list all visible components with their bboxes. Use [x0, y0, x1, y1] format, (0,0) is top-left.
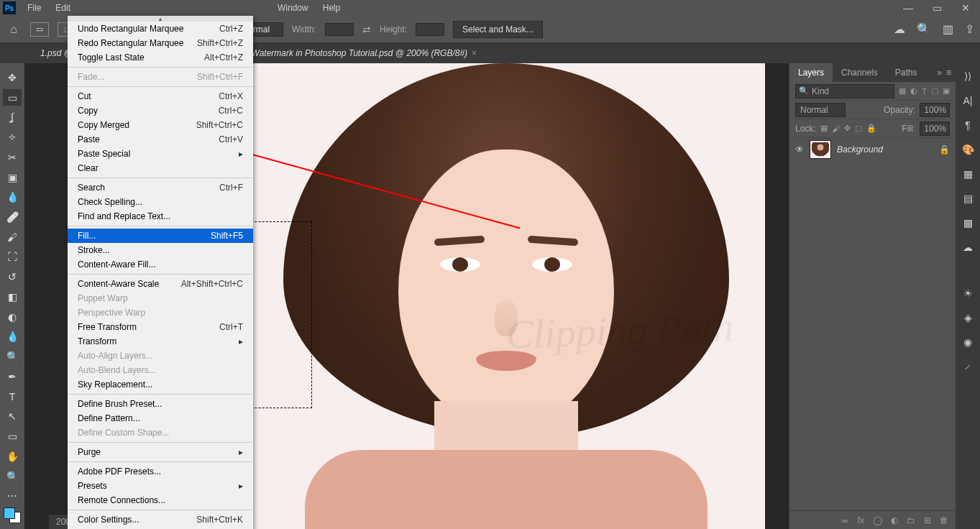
expand-dock-icon[interactable]: ⟩⟩	[961, 69, 975, 83]
menu-item-search[interactable]: SearchCtrl+F	[68, 180, 253, 195]
menu-scroll-up[interactable]: ▲	[68, 16, 253, 22]
menu-item-define-brush-preset[interactable]: Define Brush Preset...	[68, 397, 253, 411]
menu-item-remote-connections[interactable]: Remote Connections...	[68, 493, 253, 507]
menu-window[interactable]: Window	[270, 0, 316, 16]
width-input[interactable]	[325, 23, 354, 36]
panel-menu-icon[interactable]: ≡	[946, 68, 951, 78]
shape-tool[interactable]: ▭	[3, 428, 22, 445]
blend-mode-select[interactable]: Normal	[795, 103, 846, 117]
layer-mask-icon[interactable]: ◯	[873, 515, 882, 525]
menu-item-paste[interactable]: PasteCtrl+V	[68, 132, 253, 147]
type-tool[interactable]: T	[3, 388, 22, 405]
marquee-tool[interactable]: ▭	[3, 89, 22, 106]
doc-tab-2[interactable]: ove Watermark in Photoshop Tutorial.psd …	[229, 43, 482, 63]
share-icon[interactable]: ⇪	[965, 22, 974, 36]
menu-item-transform[interactable]: Transform▸	[68, 334, 253, 349]
filter-adjust-icon[interactable]: ◐	[910, 86, 917, 96]
filter-pixel-icon[interactable]: ▦	[899, 86, 906, 96]
menu-item-sky-replacement[interactable]: Sky Replacement...	[68, 377, 253, 392]
magic-wand-tool[interactable]: ✧	[3, 129, 22, 146]
menu-help[interactable]: Help	[316, 0, 348, 16]
close-tab-icon[interactable]: ×	[472, 43, 477, 63]
gradient-tool[interactable]: ◐	[3, 308, 22, 326]
cloud-user-icon[interactable]: ☁	[894, 22, 905, 36]
group-icon[interactable]: 🗀	[907, 515, 915, 525]
fg-color-swatch[interactable]	[4, 507, 15, 519]
swap-dimensions-icon[interactable]: ⇄	[362, 24, 371, 35]
adjustments-panel-icon[interactable]: ☀	[961, 286, 975, 300]
gradients-panel-icon[interactable]: ▤	[961, 191, 975, 206]
lock-artboard-icon[interactable]: ▢	[855, 124, 862, 133]
menu-item-paste-special[interactable]: Paste Special▸	[68, 147, 253, 161]
menu-item-copy[interactable]: CopyCtrl+C	[68, 104, 253, 118]
healing-tool[interactable]: 🩹	[3, 208, 22, 226]
menu-item-define-pattern[interactable]: Define Pattern...	[68, 411, 253, 426]
menu-item-undo-rectangular-marquee[interactable]: Undo Rectangular MarqueeCtrl+Z	[68, 22, 253, 36]
blur-tool[interactable]: 💧	[3, 328, 22, 346]
tab-channels[interactable]: Channels	[833, 63, 887, 82]
maximize-button[interactable]: ▭	[922, 0, 951, 16]
new-layer-icon[interactable]: ⊞	[924, 515, 931, 525]
menu-item-content-aware-fill[interactable]: Content-Aware Fill...	[68, 257, 253, 272]
layer-filter-select[interactable]: 🔍Kind	[795, 84, 894, 98]
move-tool[interactable]: ✥	[3, 69, 22, 86]
history-brush-tool[interactable]: ↺	[3, 268, 22, 285]
menu-item-redo-rectangular-marquee[interactable]: Redo Rectangular MarqueeShift+Ctrl+Z	[68, 36, 253, 50]
menu-item-stroke[interactable]: Stroke...	[68, 243, 253, 257]
filter-smart-icon[interactable]: ▣	[943, 86, 950, 96]
menu-file[interactable]: File	[20, 0, 48, 16]
workspace-icon[interactable]: ▥	[943, 22, 953, 36]
opacity-input[interactable]: 100%	[920, 103, 950, 117]
current-tool-icon[interactable]: ▭	[30, 22, 49, 37]
delete-layer-icon[interactable]: 🗑	[940, 515, 948, 525]
lock-paint-icon[interactable]: 🖌	[832, 124, 840, 133]
menu-item-toggle-last-state[interactable]: Toggle Last StateAlt+Ctrl+Z	[68, 50, 253, 65]
menu-edit[interactable]: Edit	[48, 0, 78, 16]
menu-item-find-and-replace-text[interactable]: Find and Replace Text...	[68, 209, 253, 224]
minimize-button[interactable]: —	[894, 0, 922, 16]
hand-tool[interactable]: ✋	[3, 448, 22, 465]
swatches-panel-icon[interactable]: ▦	[961, 167, 975, 181]
home-icon[interactable]: ⌂	[6, 22, 22, 37]
menu-item-check-spelling[interactable]: Check Spelling...	[68, 195, 253, 209]
brush-tool[interactable]: 🖌	[3, 229, 22, 246]
menu-item-fill[interactable]: Fill...Shift+F5	[68, 229, 253, 243]
search-icon[interactable]: 🔍	[917, 22, 931, 36]
menu-item-clear[interactable]: Clear	[68, 161, 253, 175]
lock-position-icon[interactable]: ✥	[844, 124, 851, 133]
eraser-tool[interactable]: ◧	[3, 288, 22, 305]
libraries-panel-icon[interactable]: ☁	[961, 240, 975, 254]
lock-all-icon[interactable]: 🔒	[866, 124, 876, 133]
adjustment-layer-icon[interactable]: ◐	[891, 515, 898, 525]
menu-item-copy-merged[interactable]: Copy MergedShift+Ctrl+C	[68, 118, 253, 132]
layer-thumbnail[interactable]	[810, 140, 831, 159]
character-panel-icon[interactable]: A|	[961, 93, 975, 108]
menu-item-content-aware-scale[interactable]: Content-Aware ScaleAlt+Shift+Ctrl+C	[68, 277, 253, 291]
dodge-tool[interactable]: 🔍	[3, 348, 22, 365]
frame-tool[interactable]: ▣	[3, 169, 22, 186]
lock-transparent-icon[interactable]: ▦	[820, 124, 828, 133]
layers-stack-icon[interactable]: ◈	[961, 310, 975, 325]
close-button[interactable]: ✕	[951, 0, 980, 16]
menu-item-presets[interactable]: Presets▸	[68, 479, 253, 493]
menu-item-cut[interactable]: CutCtrl+X	[68, 89, 253, 104]
menu-item-adobe-pdf-presets[interactable]: Adobe PDF Presets...	[68, 464, 253, 479]
tab-layers[interactable]: Layers	[789, 63, 833, 82]
color-panel-icon[interactable]: 🎨	[961, 142, 975, 157]
layer-fx-icon[interactable]: fx	[858, 515, 864, 525]
crop-tool[interactable]: ✂	[3, 149, 22, 166]
filter-shape-icon[interactable]: ▢	[931, 86, 938, 96]
tab-paths[interactable]: Paths	[887, 63, 926, 82]
height-input[interactable]	[416, 23, 444, 36]
menu-item-purge[interactable]: Purge▸	[68, 445, 253, 459]
layer-name[interactable]: Background	[837, 144, 933, 155]
document-canvas[interactable]: Clipping Path	[247, 63, 765, 529]
menu-item-color-settings[interactable]: Color Settings...Shift+Ctrl+K	[68, 512, 253, 527]
lasso-tool[interactable]: ʆ	[3, 109, 22, 126]
zoom-tool[interactable]: 🔍	[3, 468, 22, 485]
color-swatches[interactable]	[4, 507, 21, 523]
filter-type-icon[interactable]: T	[922, 87, 927, 96]
channels-panel-icon[interactable]: ◉	[961, 335, 975, 349]
paragraph-panel-icon[interactable]: ¶	[961, 118, 975, 132]
pen-tool[interactable]: ✒	[3, 368, 22, 385]
